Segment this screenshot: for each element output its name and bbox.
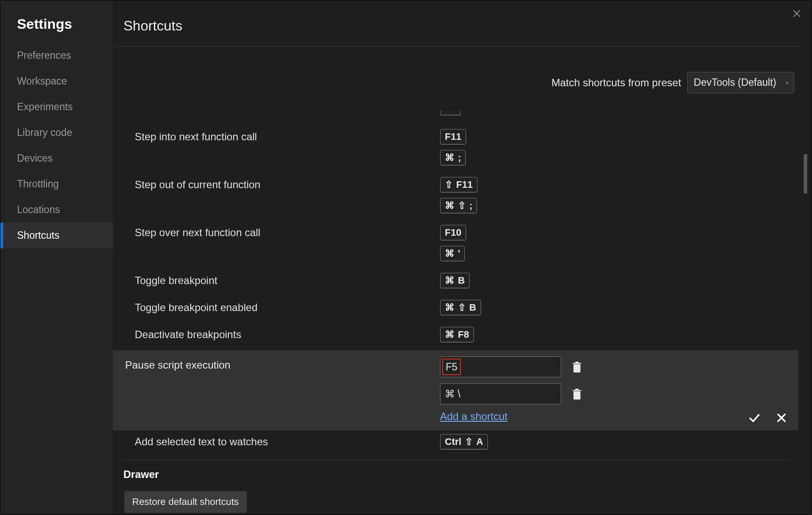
close-icon[interactable] [792,8,802,19]
shortcut-row[interactable]: Toggle breakpoint enabled⌘⇧B [113,296,798,323]
scrollbar[interactable] [804,111,807,515]
keys-column: ⇧F11⌘⇧; [440,173,798,221]
shortcut-row[interactable]: Deactivate breakpoints⌘F8 [113,323,798,350]
keycap: ⌘F8 [440,327,474,342]
key: ; [469,200,472,211]
shortcut-row[interactable]: Step out of current function⇧F11⌘⇧; [113,173,798,221]
keycap: ⌘; [440,150,466,166]
preset-label: Match shortcuts from preset [551,77,681,89]
shortcut-label: Add selected text to watches [135,430,440,448]
sidebar-item-locations[interactable]: Locations [0,197,113,223]
key: ⇧ [445,179,453,190]
key: ⇧ [458,200,466,211]
keys-column: Ctrl⇧A [440,430,798,457]
key: ⌘ [445,275,454,286]
sidebar-item-devices[interactable]: Devices [0,146,113,171]
key: ⌘ [445,302,454,313]
shortcut-label: Toggle breakpoint [135,269,440,287]
keys-column: ⌘F8 [440,323,798,350]
key: ⇧ [465,436,473,447]
key: ⌘ [445,152,454,163]
keycap: F11 [440,129,466,145]
keys-column: F10⌘' [440,221,798,269]
preset-select[interactable]: DevTools (Default) ▾ [687,72,794,93]
sidebar-item-library-code[interactable]: Library code [0,120,113,146]
delete-shortcut-button[interactable] [571,387,583,401]
keycap: ⇧F11 [440,177,478,193]
sidebar-item-preferences[interactable]: Preferences [0,43,113,68]
shortcut-label: Deactivate breakpoints [135,323,440,341]
key: ⌘ [445,200,454,211]
shortcut-label: Step into next function call [135,125,440,143]
main-panel: Shortcuts Match shortcuts from preset De… [113,0,812,515]
shortcut-label: Toggle breakpoint enabled [135,296,440,314]
key: ⌘ [445,329,454,340]
key: A [476,436,483,447]
chevron-down-icon: ▾ [786,80,788,86]
sidebar-item-experiments[interactable]: Experiments [0,94,113,120]
key: ⇧ [458,302,466,313]
shortcut-label: Step out of current function [135,173,440,191]
key: ' [458,248,460,259]
shortcut-row[interactable]: StepF9 [113,111,798,125]
delete-shortcut-button[interactable] [571,360,583,374]
key: F11 [445,131,461,142]
shortcut-input-1[interactable]: ⌘ \ [440,383,561,404]
shortcut-input-value: F5 [442,359,461,375]
add-shortcut-link[interactable]: Add a shortcut [440,410,508,423]
keycap: ⌘B [440,273,470,288]
cancel-icon[interactable] [775,411,788,424]
preset-value: DevTools (Default) [694,77,776,88]
page-title: Shortcuts [113,0,812,46]
key: F11 [456,179,473,190]
key: F8 [458,329,469,340]
shortcut-row[interactable]: Step into next function callF11⌘; [113,125,798,173]
confirm-icon[interactable] [748,411,761,424]
restore-defaults-button[interactable]: Restore default shortcuts [124,491,247,513]
keys-column: ⌘⇧B [440,296,798,323]
shortcut-row[interactable]: Step over next function callF10⌘' [113,221,798,269]
keycap: F9 [440,111,461,115]
key: F9 [445,111,456,113]
sidebar-title: Settings [0,16,113,43]
scrollbar-thumb[interactable] [804,154,807,193]
key: ; [458,152,461,163]
keys-column: F9 [440,111,798,123]
sidebar-item-shortcuts[interactable]: Shortcuts [0,223,113,248]
shortcut-input-0[interactable]: F5 [440,356,561,377]
key: ⌘ [445,248,454,259]
edit-shortcut-row: Pause script execution F5 [113,350,798,430]
section-heading: Drawer [113,461,798,486]
keycap: ⌘' [440,246,465,261]
shortcut-row[interactable]: Toggle breakpoint⌘B [113,269,798,296]
key: B [469,302,476,313]
sidebar-item-workspace[interactable]: Workspace [0,68,113,94]
shortcut-label: Pause script execution [125,356,440,423]
keycap: F10 [440,225,466,241]
keycap: ⌘⇧B [440,300,481,315]
keycap: ⌘⇧; [440,198,477,213]
keys-column: ⌘B [440,269,798,296]
shortcut-input-value: ⌘ \ [445,388,461,400]
keycap: Ctrl⇧A [440,434,488,450]
shortcut-label: Step over next function call [135,221,440,239]
keys-column: F11⌘; [440,125,798,173]
key: B [458,275,465,286]
shortcut-row[interactable]: Add selected text to watchesCtrl⇧A [113,430,798,457]
settings-sidebar: Settings PreferencesWorkspaceExperiments… [0,0,113,515]
key: F10 [445,227,461,238]
key: Ctrl [445,436,461,447]
sidebar-item-throttling[interactable]: Throttling [0,171,113,197]
